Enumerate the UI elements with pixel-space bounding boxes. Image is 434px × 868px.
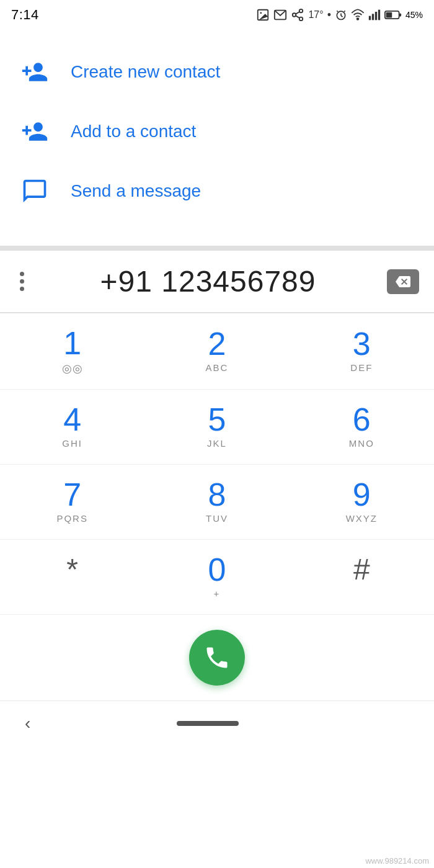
key-1-num: 1 <box>63 327 81 359</box>
create-new-contact-item[interactable]: Create new contact <box>0 42 434 102</box>
key-hash-num: # <box>353 555 370 584</box>
share-icon <box>291 8 304 22</box>
key-6[interactable]: 6 MNO <box>290 390 434 465</box>
key-0[interactable]: 0 + <box>144 540 289 615</box>
alarm-icon <box>335 9 347 21</box>
key-3-num: 3 <box>353 328 371 360</box>
key-4-num: 4 <box>63 403 81 436</box>
key-3-letters: DEF <box>350 362 373 375</box>
number-display: +91 123456789 <box>0 251 434 313</box>
add-to-contact-icon <box>21 118 48 145</box>
status-bar: 7:14 17° • 45% <box>0 0 434 30</box>
key-hash[interactable]: # <box>290 540 434 615</box>
key-9-num: 9 <box>353 478 371 511</box>
nav-pill[interactable] <box>177 721 239 726</box>
phone-number-display: +91 123456789 <box>29 264 387 298</box>
key-2[interactable]: 2 ABC <box>144 313 289 390</box>
battery-percent: 45% <box>405 10 423 20</box>
section-divider <box>0 246 434 251</box>
create-contact-icon-wrapper <box>19 56 51 88</box>
dot-1 <box>20 272 24 276</box>
send-message-item[interactable]: Send a message <box>0 161 434 221</box>
message-icon <box>21 177 48 205</box>
key-8[interactable]: 8 TUV <box>144 465 289 540</box>
watermark: www.989214.com <box>365 856 429 866</box>
dialpad-section: +91 123456789 1 ◎◎ 2 ABC 3 DEF 4 GHI 5 J… <box>0 251 434 700</box>
key-star-num: * <box>66 555 78 584</box>
status-dot: • <box>327 9 331 22</box>
svg-point-9 <box>357 18 359 20</box>
svg-rect-10 <box>369 16 371 20</box>
key-6-letters: MNO <box>349 438 374 450</box>
create-contact-icon <box>21 58 48 86</box>
battery-icon <box>384 9 402 21</box>
svg-rect-13 <box>378 10 380 20</box>
key-9[interactable]: 9 WXYZ <box>290 465 434 540</box>
key-1-letters: ◎◎ <box>62 362 83 375</box>
image-icon <box>256 8 270 22</box>
key-0-num: 0 <box>208 553 226 586</box>
key-2-num: 2 <box>208 328 226 360</box>
action-menu: Create new contact Add to a contact Send… <box>0 30 434 246</box>
svg-point-3 <box>299 9 303 13</box>
back-button[interactable]: ‹ <box>25 714 30 733</box>
dot-3 <box>20 287 24 291</box>
more-options-button[interactable] <box>15 267 29 296</box>
key-2-letters: ABC <box>206 362 229 375</box>
add-to-contact-icon-wrapper <box>19 115 51 148</box>
key-5[interactable]: 5 JKL <box>144 390 289 465</box>
key-7-letters: PQRS <box>56 513 88 526</box>
key-star[interactable]: * <box>0 540 144 615</box>
key-5-num: 5 <box>208 403 226 436</box>
nav-bar: ‹ <box>0 700 434 745</box>
key-8-num: 8 <box>208 478 226 511</box>
send-message-label: Send a message <box>71 181 201 201</box>
status-icons: 17° • 45% <box>256 8 423 22</box>
svg-line-7 <box>296 12 299 14</box>
svg-line-6 <box>296 16 299 18</box>
send-message-icon-wrapper <box>19 175 51 207</box>
status-temp: 17° <box>308 9 323 20</box>
svg-point-1 <box>260 12 262 14</box>
signal-icon <box>368 9 381 21</box>
add-to-contact-label: Add to a contact <box>71 122 196 141</box>
svg-rect-12 <box>375 12 377 20</box>
key-7[interactable]: 7 PQRS <box>0 465 144 540</box>
backspace-button[interactable] <box>387 269 419 294</box>
call-button[interactable] <box>189 630 245 686</box>
key-8-letters: TUV <box>206 513 228 526</box>
key-1[interactable]: 1 ◎◎ <box>0 313 144 390</box>
call-row <box>0 615 434 700</box>
key-7-num: 7 <box>63 478 81 511</box>
wifi-icon <box>351 8 365 22</box>
key-6-num: 6 <box>353 403 371 436</box>
svg-point-5 <box>299 17 303 20</box>
svg-point-4 <box>293 13 296 17</box>
backspace-icon <box>394 274 412 289</box>
keypad: 1 ◎◎ 2 ABC 3 DEF 4 GHI 5 JKL 6 MNO 7 PQR… <box>0 313 434 615</box>
key-4[interactable]: 4 GHI <box>0 390 144 465</box>
add-to-contact-item[interactable]: Add to a contact <box>0 102 434 161</box>
key-9-letters: WXYZ <box>346 513 378 526</box>
svg-rect-11 <box>372 14 374 20</box>
create-contact-label: Create new contact <box>71 62 220 82</box>
key-4-letters: GHI <box>62 438 82 450</box>
key-5-letters: JKL <box>207 438 227 450</box>
mail-icon <box>273 8 287 22</box>
status-time: 7:14 <box>11 7 39 23</box>
key-3[interactable]: 3 DEF <box>290 313 434 390</box>
svg-rect-15 <box>399 13 402 16</box>
call-icon <box>203 644 231 671</box>
svg-rect-16 <box>386 12 392 18</box>
dot-2 <box>20 279 24 284</box>
key-0-letters: + <box>214 588 221 601</box>
